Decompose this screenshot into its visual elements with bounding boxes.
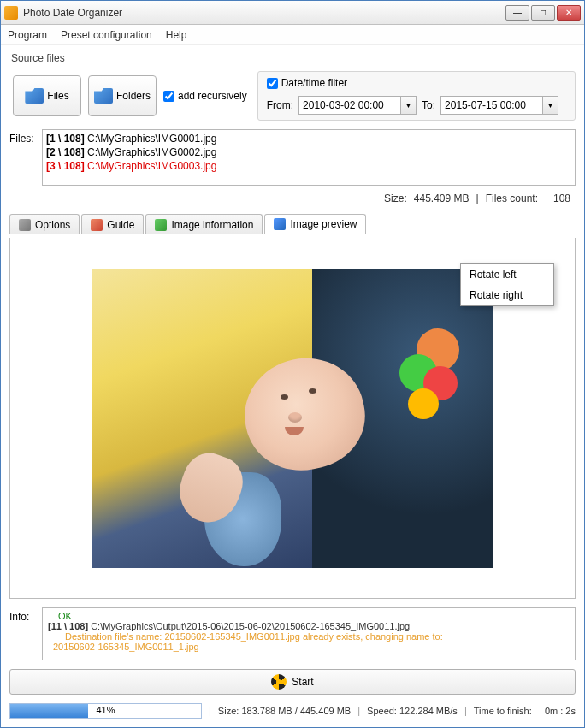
info-label: Info: <box>9 607 37 660</box>
app-icon <box>4 6 18 20</box>
book-icon <box>91 219 103 231</box>
close-button[interactable]: ✕ <box>557 5 581 21</box>
tab-guide-label: Guide <box>107 219 134 231</box>
info-dest-idx: [11 \ 108] <box>48 621 88 631</box>
info-warn1: Destination file's name: 20150602-165345… <box>48 631 570 642</box>
size-value: 445.409 MB <box>414 192 470 204</box>
status-size-label: Size: <box>218 706 239 716</box>
tab-options-label: Options <box>35 219 70 231</box>
rotate-left-item[interactable]: Rotate left <box>461 264 553 285</box>
date-filter-box: Date/time filter From: ▼ To: ▼ <box>257 71 576 121</box>
files-label: Files: <box>9 129 37 186</box>
count-value: 108 <box>545 192 570 204</box>
files-button-label: Files <box>47 90 68 102</box>
info-box[interactable]: OK [11 \ 108] C:\MyGraphics\Output\2015-… <box>42 607 576 660</box>
status-ttf-value: 0m : 2s <box>545 706 576 716</box>
date-filter-label: Date/time filter <box>281 77 347 89</box>
status-speed-value: 122.284 MB/s <box>399 706 458 716</box>
files-icon <box>25 88 44 104</box>
preview-icon <box>274 218 286 230</box>
tab-info-label: Image information <box>171 219 253 231</box>
maximize-button[interactable]: □ <box>531 5 555 21</box>
add-recursively-input[interactable] <box>163 91 174 102</box>
start-button[interactable]: Start <box>9 669 576 695</box>
folders-button[interactable]: Folders <box>88 75 157 116</box>
menu-help[interactable]: Help <box>166 29 187 41</box>
status-speed-label: Speed: <box>367 706 397 716</box>
window-buttons: — □ ✕ <box>505 5 581 21</box>
menu-program[interactable]: Program <box>8 29 47 41</box>
source-files-label: Source files <box>11 52 576 64</box>
to-date-input[interactable] <box>440 96 543 115</box>
tabs: Options Guide Image information Image pr… <box>9 213 576 234</box>
titlebar: Photo Date Organizer — □ ✕ <box>1 1 584 25</box>
progress-text: 41% <box>10 705 201 715</box>
list-item[interactable]: [1 \ 108] C:\MyGraphics\IMG0001.jpg <box>46 132 571 145</box>
files-list[interactable]: [1 \ 108] C:\MyGraphics\IMG0001.jpg[2 \ … <box>42 129 576 186</box>
info-dest-path: C:\MyGraphics\Output\2015-06\2015-06-02\… <box>91 621 410 631</box>
info-warn2: 20150602-165345_IMG0011_1.jpg <box>48 642 570 652</box>
status-ttf-label: Time to finish: <box>474 706 532 716</box>
source-row: Files Folders add recursively Date/time … <box>9 71 576 121</box>
to-label: To: <box>422 99 435 111</box>
info-dest-line: [11 \ 108] C:\MyGraphics\Output\2015-06\… <box>48 621 570 631</box>
date-filter-input[interactable] <box>267 78 278 89</box>
rotate-right-item[interactable]: Rotate right <box>461 285 553 305</box>
add-recursively-checkbox[interactable]: add recursively <box>163 90 247 102</box>
tab-preview-label: Image preview <box>290 218 357 230</box>
folders-button-label: Folders <box>116 90 151 102</box>
window-title: Photo Date Organizer <box>23 7 505 19</box>
start-row: Start <box>9 669 576 695</box>
from-date-input[interactable] <box>298 96 401 115</box>
status-bar: 41% | Size: 183.788 MB / 445.409 MB | Sp… <box>9 703 576 719</box>
list-item[interactable]: [2 \ 108] C:\MyGraphics\IMG0002.jpg <box>46 145 571 159</box>
body: Source files Files Folders add recursive… <box>1 45 584 727</box>
menubar: Program Preset configuration Help <box>1 25 584 45</box>
tab-guide[interactable]: Guide <box>81 214 144 234</box>
to-date-field[interactable]: ▼ <box>440 96 558 115</box>
size-label: Size: <box>384 192 407 204</box>
from-label: From: <box>267 99 293 111</box>
files-block: Files: [1 \ 108] C:\MyGraphics\IMG0001.j… <box>9 129 576 186</box>
folders-icon <box>94 88 113 104</box>
separator: | <box>476 192 479 204</box>
progress-bar: 41% <box>9 703 202 719</box>
count-label: Files count: <box>486 192 538 204</box>
from-date-field[interactable]: ▼ <box>298 96 417 115</box>
date-filter-row: From: ▼ To: ▼ <box>267 96 566 115</box>
status-size-text: 183.788 MB / 445.409 MB <box>241 706 351 716</box>
info-block: Info: OK [11 \ 108] C:\MyGraphics\Output… <box>9 607 576 660</box>
image-preview-area[interactable]: Rotate left Rotate right <box>9 238 576 599</box>
list-item[interactable]: [3 \ 108] C:\MyGraphics\IMG0003.jpg <box>46 159 571 173</box>
info-ok: OK <box>48 611 570 621</box>
to-dropdown-icon[interactable]: ▼ <box>543 96 558 115</box>
tab-image-information[interactable]: Image information <box>145 214 263 234</box>
tab-image-preview[interactable]: Image preview <box>264 214 366 234</box>
app-window: Photo Date Organizer — □ ✕ Program Prese… <box>0 0 585 728</box>
button-group: Files Folders add recursively <box>9 71 251 121</box>
hazard-icon <box>271 674 287 690</box>
stats-row: Size: 445.409 MB | Files count: 108 <box>9 189 576 204</box>
info-icon <box>155 219 167 231</box>
start-label: Start <box>292 676 313 688</box>
add-recursively-label: add recursively <box>178 90 247 102</box>
date-filter-checkbox[interactable]: Date/time filter <box>267 77 566 89</box>
menu-preset[interactable]: Preset configuration <box>61 29 152 41</box>
files-button[interactable]: Files <box>13 75 81 116</box>
minimize-button[interactable]: — <box>505 5 529 21</box>
tab-options[interactable]: Options <box>9 214 80 234</box>
from-dropdown-icon[interactable]: ▼ <box>401 96 417 115</box>
context-menu: Rotate left Rotate right <box>460 263 554 306</box>
wrench-icon <box>19 219 31 231</box>
preview-image <box>92 269 493 568</box>
